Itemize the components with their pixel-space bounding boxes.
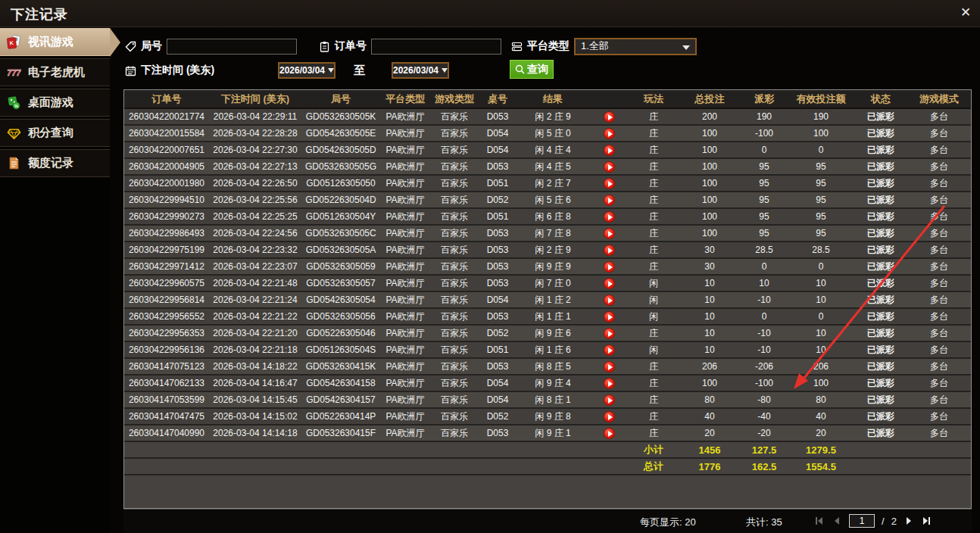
replay-play-icon[interactable] [604,361,615,372]
previous-page-icon[interactable] [832,516,842,526]
cell-status: 已派彩 [854,325,907,341]
subtotal-total-bet: 1456 [679,441,741,458]
cell-replay [589,142,629,158]
cell-game-mode: 多台 [907,192,971,208]
cell-order-no: 260304147075123 [124,358,209,375]
replay-play-icon[interactable] [604,278,615,289]
cell-round-no: GD05326305059 [301,258,380,275]
cell-game-mode: 多台 [907,275,971,291]
cell-game-mode: 多台 [907,291,971,308]
replay-play-icon[interactable] [604,195,615,206]
replay-play-icon[interactable] [604,328,615,339]
cell-game-mode: 多台 [907,225,971,242]
column-header-valid-bet: 有效投注额 [788,90,854,108]
replay-play-icon[interactable] [604,344,615,356]
cell-table-no: D054 [479,125,517,142]
cell-replay [589,175,629,192]
query-button[interactable]: 查询 [510,60,554,79]
cell-valid-bet: 95 [788,225,854,242]
replay-play-icon[interactable] [604,145,615,156]
sidebar-item-slots[interactable]: 777 电子老虎机 [0,58,110,86]
cell-result: 闲 7 庄 0 [517,275,589,291]
cell-payout: -80 [741,391,788,408]
chevron-down-icon [682,45,690,50]
close-icon[interactable]: ✕ [957,5,974,21]
replay-play-icon[interactable] [604,211,615,223]
sidebar-item-table-games[interactable]: % 桌面游戏 [0,89,110,117]
replay-play-icon[interactable] [604,411,615,422]
replay-play-icon[interactable] [604,428,615,439]
cell-status: 已派彩 [854,142,907,158]
cell-result: 闲 9 庄 9 [517,258,589,275]
replay-play-icon[interactable] [604,111,615,123]
cell-bet-time: 2026-03-04 22:21:22 [209,308,301,325]
cell-bet-time: 2026-03-04 14:14:18 [209,425,301,441]
sidebar-item-label: 视讯游戏 [28,35,73,49]
first-page-icon[interactable] [814,516,825,526]
date-to-picker[interactable]: 2026/03/04 [392,62,449,79]
replay-play-icon[interactable] [604,228,615,239]
sidebar-item-points[interactable]: 积分查询 [0,119,110,147]
subtotal-spacer-end [854,441,971,458]
column-header-game-mode: 游戏模式 [907,90,971,108]
replay-play-icon[interactable] [604,311,615,323]
cell-platform-type: PA欧洲厅 [380,408,430,425]
replay-play-icon[interactable] [604,245,615,256]
last-page-icon[interactable] [921,516,932,526]
cell-payout: -10 [741,291,788,308]
filter-bar: 局号 订单号 平台类型 1.全部 [110,28,980,89]
replay-play-icon[interactable] [604,378,615,389]
cell-total-bet: 206 [679,358,741,375]
table-body: 2603042200217742026-03-04 22:29:11GD0532… [124,108,971,441]
cell-bet-side: 庄 [629,425,679,441]
cell-total-bet: 10 [679,325,741,341]
cell-replay [589,158,629,175]
replay-play-icon[interactable] [604,161,615,173]
cell-platform-type: PA欧洲厅 [380,175,430,192]
table-row: 2603041470409902026-03-04 14:14:18GD0532… [124,425,971,441]
order-input[interactable] [371,39,501,55]
cell-valid-bet: 95 [788,192,854,208]
table-row: 2603041470474752026-03-04 14:15:02GD0522… [124,408,971,425]
cell-replay [589,291,629,308]
replay-play-icon[interactable] [604,128,615,139]
round-filter: 局号 [125,37,297,55]
round-input[interactable] [167,39,297,55]
cell-bet-time: 2026-03-04 22:23:07 [209,258,301,275]
cell-total-bet: 100 [679,158,741,175]
cell-round-no: GD05326305056 [301,308,380,325]
per-page-label: 每页显示: [640,516,682,528]
cell-bet-side: 庄 [629,225,679,242]
platform-label: 平台类型 [527,39,570,53]
chevron-down-icon [328,68,334,73]
date-from-picker[interactable]: 2026/03/04 [278,62,336,79]
replay-play-icon[interactable] [604,295,615,306]
replay-play-icon[interactable] [604,178,615,189]
replay-play-icon[interactable] [604,261,615,273]
subtotal-row: 小计 1456 127.5 1279.5 [124,441,971,458]
page-number-input[interactable]: 1 [849,514,875,528]
cell-round-no: GD0512630504Y [301,208,380,225]
table-row: 2603042299714122026-03-04 22:23:07GD0532… [124,258,971,275]
replay-play-icon[interactable] [604,394,615,406]
cell-bet-time: 2026-03-04 14:16:47 [209,375,301,391]
cell-game-mode: 多台 [907,358,971,375]
page-title: 下注记录 [11,5,68,23]
per-page-value: 20 [685,516,695,528]
next-page-icon[interactable] [904,516,914,526]
cell-game-mode: 多台 [907,125,971,142]
sidebar-item-quota[interactable]: 额度记录 [0,149,110,177]
sidebar-item-video-games[interactable]: 9 K 视讯游戏 [0,28,110,56]
cell-game-mode: 多台 [907,341,971,358]
table-row: 2603042299565522026-03-04 22:21:22GD0532… [124,308,971,325]
cell-game-mode: 多台 [907,175,971,192]
cell-payout: 95 [741,175,788,192]
cell-payout: -10 [741,341,788,358]
date-to-separator: 至 [354,61,365,79]
cell-status: 已派彩 [854,225,907,242]
table-row: 2603042200049052026-03-04 22:27:13GD0532… [124,158,971,175]
column-header-platform-type: 平台类型 [380,90,430,108]
cell-result: 闲 5 庄 6 [517,192,589,208]
platform-select[interactable]: 1.全部 [574,38,697,55]
cell-total-bet: 10 [679,308,741,325]
